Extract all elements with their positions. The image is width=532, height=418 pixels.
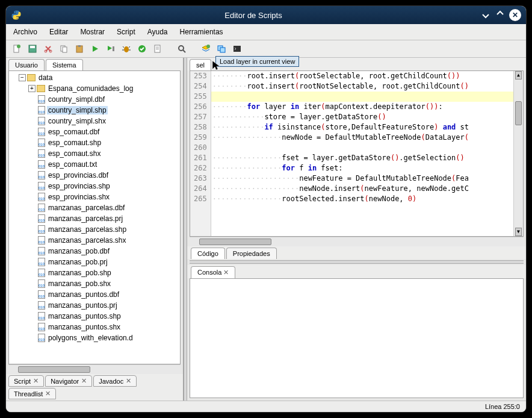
- code-line[interactable]: ········root.insert(rootNotSelectable, r…: [211, 81, 513, 92]
- tab-close-icon[interactable]: ✕: [33, 377, 39, 385]
- tree-file[interactable]: country_simpl.dbf: [10, 94, 179, 105]
- tree-file[interactable]: esp_comaut.txt: [10, 159, 179, 170]
- copy-icon[interactable]: [58, 43, 70, 55]
- code-line[interactable]: [211, 92, 513, 102]
- tree-file[interactable]: esp_comaut.dbf: [10, 126, 179, 137]
- cut-icon[interactable]: [42, 43, 54, 55]
- horizontal-splitter[interactable]: [190, 260, 524, 264]
- tree-file[interactable]: manzanas_puntos.shp: [10, 311, 179, 322]
- tree-file[interactable]: manzanas_puntos.prj: [10, 300, 179, 311]
- tree-file[interactable]: manzanas_pob.shp: [10, 267, 179, 278]
- code-line[interactable]: ····················newFeature = Default…: [211, 173, 513, 184]
- run-icon[interactable]: [89, 43, 101, 55]
- console-tab-label: Consola: [197, 269, 221, 276]
- tree-file[interactable]: manzanas_puntos.dbf: [10, 289, 179, 300]
- code-line[interactable]: ····················newNode.insert(newFe…: [211, 184, 513, 194]
- tree-file[interactable]: manzanas_pob.prj: [10, 257, 179, 267]
- menubar: Archivo Editar Mostrar Script Ayuda Herr…: [6, 24, 526, 40]
- tree-file[interactable]: polygons_with_elevation.d: [10, 332, 179, 343]
- tab-usuario[interactable]: Usuario: [8, 59, 45, 70]
- python-icon: [11, 10, 22, 20]
- menu-ayuda[interactable]: Ayuda: [145, 27, 170, 37]
- menu-mostrar[interactable]: Mostrar: [78, 27, 107, 37]
- load-layer-icon[interactable]: [200, 43, 212, 55]
- tab-consola[interactable]: Consola ✕: [191, 266, 235, 278]
- paste-icon[interactable]: [73, 43, 85, 55]
- maximize-button[interactable]: [495, 9, 506, 20]
- svg-point-1: [17, 45, 20, 48]
- menu-herramientas[interactable]: Herramientas: [178, 27, 226, 37]
- menu-script[interactable]: Script: [114, 27, 138, 37]
- svg-rect-18: [234, 46, 241, 52]
- page-icon[interactable]: [152, 43, 164, 55]
- tree-file[interactable]: esp_provincias.shx: [10, 192, 179, 202]
- tree-file[interactable]: esp_provincias.shp: [10, 181, 179, 192]
- svg-rect-3: [30, 46, 35, 48]
- tab-navigator[interactable]: Navigator ✕: [45, 375, 92, 387]
- close-button[interactable]: ✕: [509, 9, 521, 21]
- tree-file[interactable]: manzanas_parcelas.dbf: [10, 202, 179, 213]
- code-line[interactable]: [211, 143, 513, 153]
- code-line[interactable]: ················rootSelected.insert(newN…: [211, 194, 513, 204]
- tree-hscrollbar[interactable]: [8, 364, 181, 374]
- tree-file[interactable]: esp_comaut.shp: [10, 137, 179, 148]
- console-close-icon[interactable]: ✕: [223, 269, 229, 276]
- terminal-icon[interactable]: [231, 43, 243, 55]
- cursor-position: Línea 255:0: [485, 403, 520, 410]
- minimize-button[interactable]: [480, 9, 491, 20]
- tab-javadoc[interactable]: Javadoc ✕: [93, 375, 137, 387]
- code-line[interactable]: ················fset = layer.getDataStor…: [211, 153, 513, 163]
- svg-rect-10: [113, 46, 114, 51]
- svg-point-11: [124, 46, 129, 52]
- svg-rect-9: [78, 45, 81, 47]
- save-icon[interactable]: [26, 43, 39, 55]
- svg-point-15: [206, 45, 210, 48]
- toolbar: Load layer in current view: [6, 40, 526, 58]
- tree-file[interactable]: esp_comaut.shx: [10, 148, 179, 159]
- tree-folder-data[interactable]: −data: [10, 72, 179, 83]
- code-line[interactable]: ················newNode = DefaultMutable…: [211, 133, 513, 143]
- tree-file[interactable]: manzanas_pob.dbf: [10, 246, 179, 257]
- debug-icon[interactable]: [120, 43, 132, 55]
- tree-file[interactable]: country_simpl.shp: [10, 105, 179, 116]
- code-line[interactable]: ················for f in fset:: [211, 163, 513, 173]
- code-vscrollbar[interactable]: ▲ ▼: [513, 71, 523, 236]
- app-window: Editor de Scripts ✕ Archivo Editar Mostr…: [6, 6, 526, 412]
- window-title: Editor de Scripts: [26, 11, 480, 20]
- layers-icon[interactable]: [215, 43, 227, 55]
- tree-file[interactable]: manzanas_puntos.shx: [10, 322, 179, 332]
- code-hscrollbar[interactable]: [190, 237, 524, 246]
- code-line[interactable]: ········root.insert(rootSelectable, root…: [211, 71, 513, 81]
- code-file-tab[interactable]: sel: [190, 59, 211, 70]
- file-tree[interactable]: −data+Espana_comunidades_logcountry_simp…: [8, 70, 181, 364]
- tree-file[interactable]: esp_provincias.dbf: [10, 170, 179, 181]
- tab-close-icon[interactable]: ✕: [126, 377, 131, 385]
- svg-rect-17: [220, 48, 225, 52]
- tree-file[interactable]: manzanas_parcelas.shx: [10, 235, 179, 246]
- tab-close-icon[interactable]: ✕: [81, 377, 87, 385]
- tab-sistema[interactable]: Sistema: [46, 59, 83, 70]
- tree-file[interactable]: manzanas_parcelas.prj: [10, 213, 179, 224]
- tree-file[interactable]: country_simpl.shx: [10, 116, 179, 126]
- tree-folder-espana[interactable]: +Espana_comunidades_log: [10, 83, 179, 94]
- code-line[interactable]: ············store = layer.getDataStore(): [211, 112, 513, 122]
- code-line[interactable]: ········for layer in iter(mapContext.dee…: [211, 102, 513, 112]
- code-editor[interactable]: 253254255256257258259260261262263264265 …: [190, 70, 524, 237]
- check-icon[interactable]: [136, 43, 148, 55]
- code-line[interactable]: ············if isinstance(store,DefaultF…: [211, 122, 513, 133]
- menu-editar[interactable]: Editar: [47, 27, 70, 37]
- tree-file[interactable]: manzanas_pob.shx: [10, 278, 179, 289]
- console-output[interactable]: [190, 278, 524, 398]
- tab-propiedades[interactable]: Propiedades: [226, 248, 277, 259]
- run-selection-icon[interactable]: [105, 43, 117, 55]
- tab-close-icon[interactable]: ✕: [45, 390, 51, 398]
- menu-archivo[interactable]: Archivo: [11, 27, 40, 37]
- svg-point-14: [179, 46, 184, 51]
- svg-rect-7: [63, 47, 67, 52]
- tree-file[interactable]: manzanas_parcelas.shp: [10, 224, 179, 235]
- tab-threadlist[interactable]: Threadlist ✕: [8, 388, 56, 399]
- tab-codigo[interactable]: Código: [191, 248, 225, 259]
- tab-script[interactable]: Script ✕: [8, 375, 44, 387]
- zoom-icon[interactable]: [176, 43, 188, 55]
- new-file-icon[interactable]: [11, 43, 23, 55]
